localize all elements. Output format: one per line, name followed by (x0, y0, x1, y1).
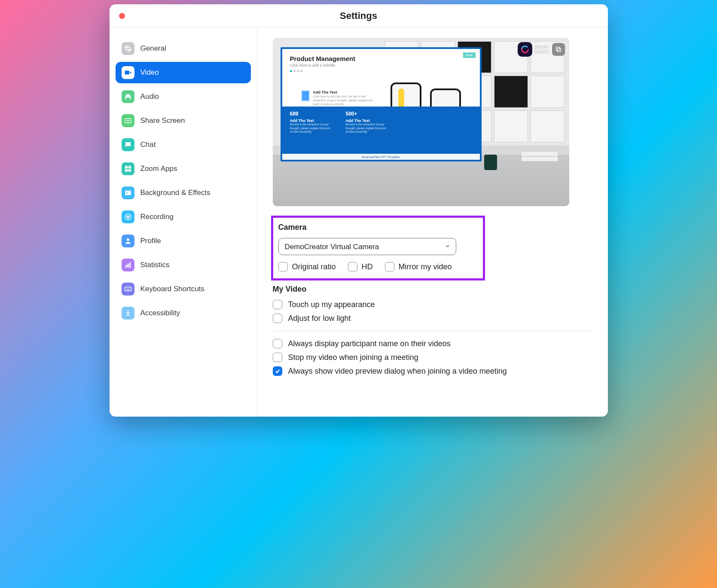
video-icon (122, 66, 134, 79)
close-window-button[interactable] (119, 13, 125, 19)
original-ratio-label: Original ratio (292, 262, 336, 271)
stop-video-label: Stop my video when joining a meeting (288, 353, 418, 362)
accessibility-icon (122, 307, 134, 320)
sidebar-item-video[interactable]: Video (116, 62, 251, 83)
video-preview: Product Management Click here to add a s… (273, 38, 569, 206)
headphones-icon (122, 90, 134, 103)
sidebar-item-label: Accessibility (140, 309, 180, 317)
original-ratio-checkbox[interactable] (278, 262, 288, 271)
window-controls (119, 13, 125, 19)
sidebar-item-zoom-apps[interactable]: Zoom Apps (116, 158, 251, 180)
mirror-checkbox[interactable] (385, 262, 394, 271)
svg-rect-13 (125, 265, 127, 268)
rotate-preview-button[interactable] (552, 43, 565, 56)
svg-rect-2 (129, 97, 131, 99)
svg-point-9 (126, 192, 128, 194)
sidebar-item-label: Background & Effects (140, 189, 211, 197)
camera-section-highlight: Camera DemoCreator Virtual Camera Origin… (271, 216, 485, 280)
display-name-label: Always display participant name on their… (288, 339, 451, 348)
effects-icon (122, 186, 134, 199)
sidebar-item-label: Zoom Apps (140, 165, 177, 173)
stats-icon (122, 259, 134, 271)
sidebar-item-keyboard-shortcuts[interactable]: Keyboard Shortcuts (116, 278, 251, 300)
camera-options-row: Original ratio HD Mirror my video (278, 262, 478, 271)
share-icon (122, 114, 134, 127)
svg-rect-7 (128, 169, 131, 172)
sidebar-item-label: General (140, 44, 166, 53)
sidebar-item-label: Share Screen (140, 116, 185, 125)
svg-point-12 (127, 238, 129, 241)
touch-up-label: Touch up my appearance (288, 300, 375, 309)
shared-screen-mock: Product Management Click here to add a s… (281, 47, 482, 161)
display-name-checkbox[interactable] (273, 339, 282, 348)
slide-title: Product Management (290, 55, 472, 62)
window-title: Settings (110, 10, 608, 21)
divider (273, 331, 592, 331)
low-light-label: Adjust for low light (288, 314, 351, 323)
sidebar-item-background-effects[interactable]: Background & Effects (116, 182, 251, 204)
low-light-checkbox[interactable] (273, 314, 282, 323)
svg-rect-16 (125, 287, 131, 291)
touch-up-checkbox[interactable] (273, 300, 282, 309)
sidebar-item-label: Chat (140, 140, 156, 149)
preview-dialog-checkbox[interactable] (273, 366, 282, 376)
svg-point-11 (127, 216, 129, 218)
slide-subtitle: Click here to add a subtitle (290, 63, 472, 67)
hd-label: HD (362, 262, 373, 271)
gear-icon (122, 42, 134, 55)
keyboard-icon (122, 283, 134, 296)
record-icon (122, 210, 134, 223)
main-panel: Product Management Click here to add a s… (257, 27, 608, 417)
svg-point-19 (128, 288, 129, 289)
svg-rect-24 (556, 47, 559, 51)
hd-checkbox[interactable] (348, 262, 357, 271)
svg-rect-6 (125, 169, 128, 172)
stop-video-checkbox[interactable] (273, 353, 282, 362)
svg-rect-20 (126, 289, 130, 290)
sidebar-item-label: Video (140, 68, 159, 77)
sidebar-item-label: Audio (140, 92, 159, 101)
svg-point-17 (126, 288, 127, 289)
sidebar-item-recording[interactable]: Recording (116, 206, 251, 228)
svg-rect-25 (557, 48, 561, 52)
democreator-logo-icon (518, 42, 532, 57)
titlebar: Settings (110, 4, 608, 27)
svg-point-21 (127, 310, 128, 311)
svg-rect-0 (125, 71, 129, 75)
camera-section-title: Camera (278, 223, 478, 232)
my-video-section-title: My Video (273, 285, 592, 294)
settings-window: Settings GeneralVideoAudioShare ScreenCh… (110, 4, 608, 417)
sidebar: GeneralVideoAudioShare ScreenChatZoom Ap… (110, 27, 257, 417)
sidebar-item-chat[interactable]: Chat (116, 134, 251, 155)
mirror-label: Mirror my video (399, 262, 452, 271)
sidebar-item-statistics[interactable]: Statistics (116, 254, 251, 276)
sidebar-item-label: Keyboard Shortcuts (140, 285, 204, 293)
profile-icon (122, 235, 134, 247)
free-badge: Free (463, 52, 475, 58)
preview-dialog-label: Always show video preview dialog when jo… (288, 367, 507, 376)
sidebar-item-profile[interactable]: Profile (116, 230, 251, 252)
svg-rect-4 (125, 166, 128, 168)
sidebar-item-share-screen[interactable]: Share Screen (116, 110, 251, 131)
camera-select[interactable]: DemoCreator Virtual Camera (278, 238, 456, 255)
sidebar-item-label: Recording (140, 213, 174, 221)
sidebar-item-audio[interactable]: Audio (116, 86, 251, 107)
svg-rect-14 (127, 264, 128, 268)
svg-rect-8 (125, 191, 131, 195)
svg-rect-5 (128, 166, 131, 168)
chat-icon (122, 138, 134, 151)
svg-rect-15 (129, 262, 131, 268)
sidebar-item-accessibility[interactable]: Accessibility (116, 302, 251, 324)
svg-rect-1 (125, 97, 126, 99)
apps-icon (122, 162, 134, 175)
preview-badge: Wonde DemoC (518, 42, 565, 57)
sidebar-item-label: Profile (140, 237, 161, 245)
svg-point-18 (127, 288, 128, 289)
content: GeneralVideoAudioShare ScreenChatZoom Ap… (110, 27, 608, 417)
sidebar-item-label: Statistics (140, 261, 170, 269)
sidebar-item-general[interactable]: General (116, 38, 251, 59)
